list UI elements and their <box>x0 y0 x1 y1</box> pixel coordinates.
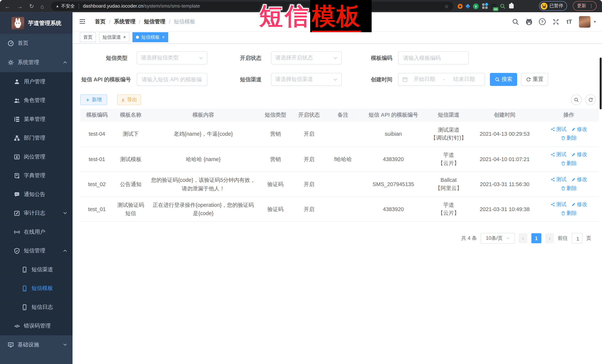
tag-sms-template[interactable]: 短信模板 × <box>132 32 168 42</box>
app-logo[interactable]: 芋道管理系统 <box>0 12 73 34</box>
extension-orange-icon[interactable] <box>458 4 463 9</box>
status-select[interactable]: 请选择开启状态 <box>271 52 342 64</box>
goto-page-input[interactable] <box>572 233 582 244</box>
sidebar-item-menus[interactable]: 菜单管理 <box>0 110 73 129</box>
avatar-caret-icon[interactable]: ▾ <box>594 20 596 24</box>
security-label: 不安全 <box>61 3 75 10</box>
font-size-icon[interactable]: tT <box>566 18 573 25</box>
search-icon <box>574 97 579 102</box>
test-link[interactable]: 测试 <box>550 175 566 184</box>
channel-select[interactable]: 请选择短信渠道 <box>271 73 342 86</box>
delete-link[interactable]: 删除 <box>561 184 577 193</box>
chevron-up-icon <box>63 61 67 64</box>
browser-reload-icon[interactable]: ↻ <box>29 3 34 10</box>
sidebar-item-online-users[interactable]: 在线用户 <box>0 223 73 241</box>
sidebar-item-users[interactable]: 用户管理 <box>0 72 73 91</box>
browser-menu-icon[interactable]: ⋮ <box>589 3 593 9</box>
toggle-search-button[interactable] <box>571 94 582 105</box>
scrollbar-thumb[interactable] <box>600 58 602 109</box>
sidebar-item-posts[interactable]: 岗位管理 <box>0 147 73 166</box>
pagination: 共 4 条 10条/页 ‹ 1 › 前往 页 <box>461 233 591 244</box>
sidebar-toggle-icon[interactable] <box>79 18 86 25</box>
edit-link[interactable]: 修改 <box>571 175 587 184</box>
chevron-down-icon <box>199 57 203 59</box>
fullscreen-icon[interactable] <box>552 18 559 25</box>
table-row: test_01 测试验证码短信 正在进行登录操作{operation}，您的验证… <box>80 197 599 221</box>
export-button[interactable]: 导出 <box>117 94 141 105</box>
share-icon <box>550 152 555 157</box>
sidebar: 芋道管理系统 首页 系统管理 用户管理 角色管理 <box>0 12 73 364</box>
users-icon <box>14 97 20 103</box>
add-button[interactable]: 新增 <box>80 94 107 105</box>
next-page-button[interactable]: › <box>545 233 554 243</box>
sidebar-item-system[interactable]: 系统管理 <box>0 53 73 72</box>
browser-back-icon[interactable]: ← <box>5 3 10 10</box>
edit-link[interactable]: 修改 <box>571 125 587 134</box>
close-icon[interactable]: × <box>123 35 126 40</box>
tag-sms-channel[interactable]: 短信渠道 × <box>99 32 129 42</box>
sidebar-item-home[interactable]: 首页 <box>0 34 73 53</box>
sidebar-item-roles[interactable]: 角色管理 <box>0 91 73 110</box>
tree-list-icon <box>14 116 20 122</box>
not-secure-icon: ▲ <box>56 4 59 8</box>
sidebar-item-infra[interactable]: 基础设施 <box>0 335 73 354</box>
refresh-table-button[interactable] <box>585 94 596 105</box>
test-link[interactable]: 测试 <box>550 125 566 134</box>
sidebar-item-sms-log[interactable]: 短信日志 <box>0 298 73 317</box>
browser-home-icon[interactable]: ⌂ <box>41 3 44 10</box>
page-size-select[interactable]: 10条/页 <box>481 233 515 244</box>
reset-button[interactable]: 重置 <box>521 73 548 86</box>
sms-type-select[interactable]: 请选择短信类型 <box>137 52 207 64</box>
extension-y-icon[interactable]: y <box>473 3 479 9</box>
close-icon[interactable]: × <box>162 35 165 40</box>
template-code-input[interactable] <box>398 52 469 64</box>
pencil-icon <box>571 177 576 182</box>
bookmark-star-icon[interactable]: ☆ <box>444 3 449 9</box>
table-header-row: 模板编码 模板名称 模板内容 短信类型 开启状态 备注 短信 API 的模板编号… <box>80 108 599 122</box>
sidebar-item-sms-template[interactable]: 短信模板 <box>0 279 73 298</box>
extension-magnifier-icon[interactable] <box>500 3 506 9</box>
delete-link[interactable]: 删除 <box>561 209 577 217</box>
breadcrumb-home[interactable]: 首页 <box>95 18 106 25</box>
status-label: 开启状态 <box>214 52 261 64</box>
test-link[interactable]: 测试 <box>550 150 566 159</box>
breadcrumb-system[interactable]: 系统管理 <box>114 18 135 25</box>
sidebar-item-notice[interactable]: 通知公告 <box>0 185 73 204</box>
trash-icon <box>561 186 565 190</box>
sidebar-item-dict[interactable]: 字典管理 <box>0 166 73 185</box>
share-icon <box>550 127 555 132</box>
user-avatar[interactable] <box>579 16 591 27</box>
share-icon <box>550 177 555 182</box>
edit-link[interactable]: 修改 <box>571 200 587 209</box>
edit-log-icon <box>14 210 20 216</box>
breadcrumb-sms[interactable]: 短信管理 <box>144 18 165 25</box>
date-range-picker[interactable]: 开始日期 - 结束日期 <box>398 73 485 86</box>
edit-link[interactable]: 修改 <box>571 150 587 159</box>
help-icon[interactable]: ? <box>539 18 546 25</box>
github-icon[interactable] <box>525 18 533 25</box>
template-code-label: 模板编码 <box>345 52 392 64</box>
sidebar-item-error-codes[interactable]: </> 错误码管理 <box>0 316 73 335</box>
address-bar[interactable]: ▲ 不安全 dashboard.yudao.iocoder.cn /system… <box>51 1 453 11</box>
update-chip[interactable]: 更新 ⋮ <box>573 1 596 11</box>
prev-page-button[interactable]: ‹ <box>519 233 527 243</box>
sidebar-item-departments[interactable]: 部门管理 <box>0 128 73 147</box>
current-page-button[interactable]: 1 <box>531 233 541 243</box>
test-link[interactable]: 测试 <box>550 200 566 209</box>
header-search-icon[interactable] <box>512 18 519 25</box>
extensions-puzzle-icon[interactable] <box>509 4 514 9</box>
extension-grid-icon[interactable] <box>482 3 487 9</box>
sidebar-item-sms-channel[interactable]: 短信渠道 <box>0 260 73 279</box>
api-template-id-input[interactable] <box>137 73 207 86</box>
extension-list-icon[interactable]: on <box>491 4 496 8</box>
tag-home[interactable]: 首页 <box>80 32 96 42</box>
search-button[interactable]: 搜索 <box>490 73 517 86</box>
extension-gem-icon[interactable] <box>465 4 470 9</box>
share-icon <box>550 202 555 207</box>
delete-link[interactable]: 删除 <box>561 134 577 143</box>
delete-link[interactable]: 删除 <box>561 159 577 167</box>
sidebar-item-sms[interactable]: 短信管理 <box>0 241 73 260</box>
browser-forward-icon[interactable]: → <box>17 3 23 10</box>
profile-chip[interactable]: 已暂停 <box>539 1 567 11</box>
sidebar-item-audit-log[interactable]: 审计日志 <box>0 204 73 223</box>
